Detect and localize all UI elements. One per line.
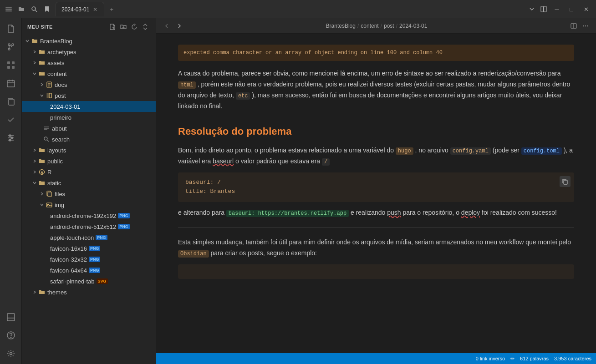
sidebar-item-android-chrome-192[interactable]: android-chrome-192x192 PNG [22, 210, 156, 221]
folder-icon [38, 288, 46, 296]
sidebar-item-docs[interactable]: docs [22, 79, 156, 90]
spacer [46, 223, 50, 230]
folder-open-icon [38, 70, 46, 77]
sidebar-item-static[interactable]: static [22, 177, 156, 188]
sidebar-item-img[interactable]: img [22, 199, 156, 210]
words-status: 612 palavras [520, 356, 549, 361]
sidebar-item-content[interactable]: content [22, 68, 156, 79]
tab-close-button[interactable]: ✕ [92, 6, 98, 13]
svg-rect-6 [544, 6, 547, 12]
activity-check-icon[interactable] [3, 111, 19, 128]
titlebar-left [4, 4, 52, 14]
sidebar-item-2024-03-01[interactable]: 2024-03-01 [22, 101, 156, 112]
minimize-button[interactable]: ─ [550, 3, 563, 15]
bookmark-icon[interactable] [42, 4, 52, 14]
spacer [46, 114, 50, 121]
copy-button[interactable] [560, 176, 571, 187]
img-label: img [55, 202, 64, 208]
sidebar-item-assets[interactable]: assets [22, 57, 156, 68]
activity-panel-icon[interactable] [3, 309, 19, 325]
svg-rect-12 [7, 66, 10, 69]
sidebar-item-favicon-32[interactable]: favicon-32x32 PNG [22, 254, 156, 265]
svg-rect-50 [564, 180, 567, 184]
activity-copy-icon[interactable] [3, 93, 19, 110]
chevron-down-icon [24, 37, 31, 45]
svg-point-3 [32, 7, 36, 10]
breadcrumb-content[interactable]: content [361, 23, 378, 29]
titlebar-right: ─ □ ✕ [527, 3, 592, 15]
folder-icon [38, 157, 46, 165]
sidebar-item-post[interactable]: post [22, 90, 156, 101]
R-label: R [47, 169, 51, 176]
activity-calendar-icon[interactable] [3, 75, 19, 91]
sidebar-title: Meu Site [27, 24, 53, 30]
activity-files-icon[interactable] [3, 20, 19, 37]
inline-config-yaml: config.yaml [450, 147, 491, 155]
folder-icon[interactable] [16, 4, 26, 14]
breadcrumb-date[interactable]: 2024-03-01 [399, 23, 427, 29]
svg-rect-15 [9, 99, 14, 105]
tab-bar: 2024-03-01 ✕ + [54, 2, 525, 16]
back-button[interactable] [162, 21, 172, 31]
content-label: content [47, 71, 67, 77]
activity-git-icon[interactable] [3, 39, 19, 55]
activity-settings-icon[interactable] [3, 345, 19, 362]
refresh-icon[interactable] [129, 22, 139, 32]
sidebar-item-files[interactable]: files [22, 188, 156, 199]
reader-view-icon[interactable] [569, 21, 579, 31]
sidebar-item-search[interactable]: search [22, 134, 156, 145]
layout-icon[interactable] [539, 4, 549, 14]
chevron-right-icon [31, 157, 38, 165]
new-folder-icon[interactable] [118, 22, 128, 32]
collapse-all-icon[interactable] [140, 22, 150, 32]
sidebar-item-R[interactable]: R R [22, 167, 156, 177]
more-options-icon[interactable] [581, 21, 591, 31]
forward-button[interactable] [174, 21, 184, 31]
chevron-down-icon[interactable] [527, 4, 537, 14]
editor-content[interactable]: expected comma character or an array of … [156, 34, 596, 353]
menu-icon[interactable] [4, 4, 14, 14]
archetypes-label: archetypes [47, 49, 76, 56]
new-tab-button[interactable]: + [105, 3, 118, 15]
r-folder-icon: R [38, 168, 46, 176]
breadcrumb-post[interactable]: post [384, 23, 394, 29]
sidebar-item-themes[interactable]: themes [22, 287, 156, 298]
sidebar-item-archetypes[interactable]: archetypes [22, 46, 156, 57]
svg-point-49 [587, 25, 588, 26]
sidebar-item-about[interactable]: about [22, 123, 156, 134]
chevron-right-icon [38, 81, 46, 88]
img-folder-icon [46, 201, 53, 208]
close-button[interactable]: ✕ [580, 3, 592, 15]
new-file-icon[interactable] [107, 22, 117, 32]
sidebar-item-favicon-64[interactable]: favicon-64x64 PNG [22, 265, 156, 276]
layouts-label: layouts [47, 147, 66, 154]
search-label: search [52, 136, 70, 143]
spacer [46, 212, 50, 219]
spacer [46, 267, 50, 274]
para-2: Bom, indo direto ao ponto, o problema es… [178, 145, 574, 167]
svg-point-37 [44, 137, 47, 140]
activity-blocks-icon[interactable] [3, 57, 19, 73]
png-badge: PNG [118, 213, 130, 218]
maximize-button[interactable]: □ [565, 3, 578, 15]
svg-rect-2 [5, 11, 12, 12]
search-top-icon[interactable] [29, 4, 39, 14]
sidebar-item-safari-pinned-tab[interactable]: safari-pinned-tab SVG [22, 276, 156, 287]
sidebar-item-apple-touch-icon[interactable]: apple-touch-icon PNG [22, 232, 156, 243]
activity-sliders-icon[interactable] [3, 130, 19, 146]
tab-2024-03-01[interactable]: 2024-03-01 ✕ [56, 2, 104, 16]
sidebar-item-primeiro[interactable]: primeiro [22, 112, 156, 123]
breadcrumb-brantesblog[interactable]: BrantesBlog [326, 23, 356, 29]
sidebar-item-public[interactable]: public [22, 156, 156, 167]
activity-help-icon[interactable] [3, 327, 19, 344]
inline-html: html [178, 81, 196, 89]
android-192-label: android-chrome-192x192 [50, 212, 116, 219]
png-badge: PNG [89, 246, 101, 251]
sidebar-item-brantesblog[interactable]: BrantesBlog [22, 35, 156, 46]
sidebar-item-layouts[interactable]: layouts [22, 145, 156, 156]
status-bar: 0 link inverso ✏ 612 palavras 3.953 cara… [156, 353, 596, 364]
svg-rect-13 [12, 66, 15, 69]
sidebar-item-android-chrome-512[interactable]: android-chrome-512x512 PNG [22, 221, 156, 232]
sidebar-item-favicon-16[interactable]: favicon-16x16 PNG [22, 243, 156, 254]
svg-rect-14 [7, 81, 15, 87]
